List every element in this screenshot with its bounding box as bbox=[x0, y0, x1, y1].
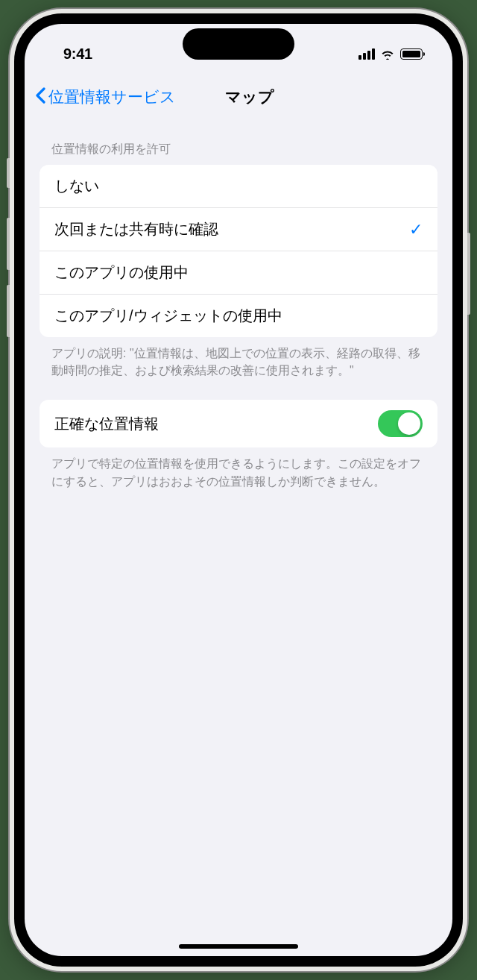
dynamic-island bbox=[183, 28, 294, 60]
volume-down-button bbox=[7, 285, 10, 337]
battery-icon bbox=[400, 48, 423, 60]
phone-frame: 9:41 bbox=[10, 9, 467, 971]
back-label: 位置情報サービス bbox=[48, 87, 176, 107]
checkmark-icon: ✓ bbox=[409, 220, 423, 239]
precise-location-toggle[interactable] bbox=[378, 410, 423, 437]
back-button[interactable]: 位置情報サービス bbox=[35, 87, 176, 107]
option-ask-next-time[interactable]: 次回または共有時に確認 ✓ bbox=[40, 208, 437, 251]
precise-location-footer: アプリで特定の位置情報を使用できるようにします。この設定をオフにすると、アプリは… bbox=[40, 447, 437, 489]
precise-location-group: 正確な位置情報 bbox=[40, 400, 437, 447]
navigation-bar: 位置情報サービス マップ bbox=[25, 75, 452, 119]
precise-location-row[interactable]: 正確な位置情報 bbox=[40, 400, 437, 447]
volume-up-button bbox=[7, 218, 10, 270]
phone-bezel: 9:41 bbox=[14, 13, 463, 967]
permission-section-header: 位置情報の利用を許可 bbox=[40, 119, 437, 165]
chevron-left-icon bbox=[35, 87, 46, 107]
precise-location-label: 正確な位置情報 bbox=[54, 414, 159, 434]
cellular-signal-icon bbox=[358, 48, 375, 60]
status-time: 9:41 bbox=[63, 45, 92, 63]
home-indicator[interactable] bbox=[179, 944, 298, 949]
option-never[interactable]: しない bbox=[40, 165, 437, 208]
power-button bbox=[467, 233, 470, 315]
option-label: しない bbox=[54, 176, 99, 196]
page-title: マップ bbox=[225, 87, 274, 107]
permission-footer: アプリの説明: "位置情報は、地図上での位置の表示、経路の取得、移動時間の推定、… bbox=[40, 337, 437, 379]
status-icons bbox=[358, 48, 423, 60]
mute-switch bbox=[7, 158, 10, 188]
option-while-using-app[interactable]: このアプリの使用中 bbox=[40, 251, 437, 295]
toggle-knob bbox=[398, 412, 420, 435]
wifi-icon bbox=[380, 48, 395, 60]
option-label: このアプリ/ウィジェットの使用中 bbox=[54, 306, 282, 326]
option-while-using-app-widgets[interactable]: このアプリ/ウィジェットの使用中 bbox=[40, 295, 437, 337]
option-label: このアプリの使用中 bbox=[54, 263, 189, 283]
option-label: 次回または共有時に確認 bbox=[54, 219, 218, 239]
content-area: 位置情報の利用を許可 しない 次回または共有時に確認 ✓ このアプリの使用中 こ… bbox=[25, 119, 452, 490]
screen: 9:41 bbox=[25, 24, 452, 956]
permission-options-group: しない 次回または共有時に確認 ✓ このアプリの使用中 このアプリ/ウィジェット… bbox=[40, 165, 437, 337]
